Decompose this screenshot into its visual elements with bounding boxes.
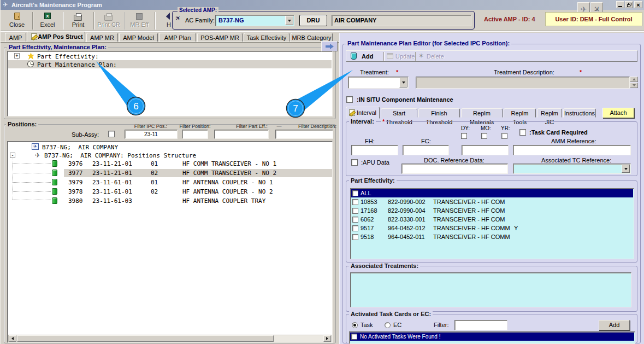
task-cards-list[interactable]: No Activated Tasks Were Found ! (349, 331, 635, 344)
update-button[interactable]: Update (387, 52, 413, 61)
editor-toolbar: Add Update ✶ Delete (346, 50, 637, 62)
filter-position-input[interactable] (182, 130, 208, 139)
close-window-button[interactable]: × (634, 1, 642, 8)
delete-button[interactable]: ✶ Delete (418, 52, 447, 61)
minimize-button[interactable] (616, 1, 624, 8)
part-eff-checkbox[interactable] (352, 234, 358, 240)
amm-reference-input[interactable] (513, 145, 631, 155)
subtab-replm-materials[interactable]: Replm Materials (461, 108, 503, 118)
collapse-box[interactable]: - (10, 153, 15, 158)
fh-input[interactable] (351, 145, 398, 155)
interval-group-title: Interval: (349, 118, 376, 125)
scroll-right-button[interactable] (323, 335, 331, 342)
treatment-description-field[interactable] (416, 77, 630, 89)
filter-part-eff-input[interactable] (214, 130, 269, 139)
tab-pos-amp-mr[interactable]: POS-AMP MR (197, 33, 243, 42)
tab-amp-pos-struct[interactable]: AMP Pos Struct (27, 31, 85, 42)
company-field[interactable]: AIR COMPANY (332, 15, 471, 26)
sub-assy-checkbox[interactable] (108, 131, 115, 137)
spin-down-button[interactable] (630, 83, 638, 88)
apu-data-checkbox[interactable] (351, 159, 358, 166)
part-eff-checkbox[interactable] (352, 225, 358, 231)
subtab-replm-tools[interactable]: Replm Tools (504, 108, 536, 118)
filter-ipc-pos-input[interactable]: 23-11 (125, 130, 178, 139)
ec-radio[interactable] (385, 322, 391, 328)
position-row[interactable]: 3976 23-11-21-01 01 HF COMM TRANSCEIVER … (8, 160, 332, 168)
treatment-description-spinner[interactable] (630, 77, 639, 89)
excel-button[interactable]: X Excel (33, 11, 62, 28)
help-button-truncated[interactable]: H (156, 11, 174, 28)
position-desc: HF COMM TRANSCEIVER - NO 2 (182, 170, 276, 177)
task-empty-checkbox[interactable] (351, 334, 357, 340)
add-button[interactable]: Add (350, 52, 381, 61)
subtab-replm-jic[interactable]: Replm JIC (537, 108, 562, 118)
position-part-icon (52, 160, 57, 167)
scroll-left-button[interactable] (9, 335, 16, 342)
task-card-required-checkbox[interactable] (519, 129, 526, 136)
part-eff-row[interactable]: 17168 822-0990-004 TRANSCEIVER - HF COM (351, 207, 633, 215)
part-eff-row[interactable]: 9517 964-0452-012 TRANSCEIVER - HF COMM … (351, 224, 633, 232)
associated-tc-dropdown-button[interactable] (622, 165, 630, 173)
tab-task-effectivity[interactable]: Task Effectivity (244, 33, 289, 42)
yr-checkbox[interactable] (501, 133, 507, 139)
spin-up-button[interactable] (630, 77, 638, 82)
subtab-finish-threshold[interactable]: Finish Threshold (418, 108, 460, 118)
associated-tc-dropdown[interactable] (513, 164, 631, 174)
position-row[interactable]: 3979 23-11-61-01 01 HF ANTENNA COUPLER -… (8, 178, 332, 186)
positions-tree-box[interactable]: ✈ B737-NG; AIR COMPANY - ✈ B737-NG; AIR … (7, 141, 333, 343)
subtab-interval[interactable]: Interval (346, 107, 380, 119)
position-row[interactable]: 3980 23-11-61-03 HF ANTENNA COUPLER TRAY (8, 197, 332, 205)
part-eff-checkbox[interactable] (352, 217, 358, 223)
tree-root-ac-family[interactable]: ✈ B737-NG; AIR COMPANY (8, 143, 332, 151)
calendar-interval-input[interactable] (462, 145, 509, 155)
tree-root-positions-structure[interactable]: - ✈ B737-NG; AIR COMPANY: Positions Stru… (8, 151, 332, 159)
ac-family-dropdown[interactable]: B737-NG (215, 15, 294, 26)
subtab-start-threshold[interactable]: Start Threshold (381, 108, 417, 118)
mr-eff-disabled-icon (136, 13, 143, 20)
tab-amp-mr[interactable]: AMP MR (86, 33, 118, 42)
mo-checkbox[interactable] (481, 133, 487, 139)
fc-input[interactable] (403, 145, 449, 155)
tree-item-part-maintenance-plan[interactable]: Part Maintenance Plan: (8, 60, 332, 68)
close-button[interactable]: Close (3, 11, 31, 28)
mr-eff-button[interactable]: MR Eff (125, 11, 153, 28)
part-eff-checkbox[interactable] (352, 208, 358, 214)
treatment-dropdown-button[interactable] (399, 78, 407, 88)
position-row[interactable]: 3978 23-11-61-01 02 HF ANTENNA COUPLER -… (8, 188, 332, 196)
restore-button[interactable] (625, 1, 633, 8)
expand-box[interactable]: + (14, 53, 20, 59)
doc-reference-input[interactable] (401, 164, 508, 174)
insitu-checkbox[interactable] (346, 96, 353, 103)
aircraft-cross-icon: ✈ (35, 151, 40, 159)
associated-treatments-list[interactable] (350, 272, 631, 307)
treatment-dropdown[interactable] (348, 77, 409, 89)
print-cr-button[interactable]: Print CR (94, 11, 123, 28)
filter-description-input[interactable] (275, 130, 333, 139)
task-add-button[interactable]: Add (599, 320, 630, 330)
tab-amp-model[interactable]: AMP Model (119, 33, 158, 42)
scrollbar-thumb[interactable] (17, 335, 274, 342)
collapse-panel-button[interactable] (321, 41, 338, 51)
ac-family-dropdown-button[interactable] (285, 16, 293, 25)
task-radio[interactable] (352, 322, 358, 328)
minimize-icon (618, 6, 622, 7)
part-eff-checkbox[interactable] (352, 190, 358, 196)
position-row[interactable]: 3977 23-11-21-01 02 HF COMM TRANSCEIVER … (8, 169, 332, 177)
task-filter-input[interactable] (454, 320, 507, 330)
print-button[interactable]: Print (64, 11, 92, 28)
part-effectivity-list[interactable]: ALL 10853 822-0990-002 TRANSCEIVER - HF … (350, 188, 634, 259)
tab-amp[interactable]: AMP (5, 33, 26, 42)
subtab-instructions[interactable]: Instructions (563, 108, 596, 118)
part-eff-row[interactable]: 10853 822-0990-002 TRANSCEIVER - HF COM (351, 198, 633, 206)
tab-amp-plan[interactable]: AMP Plan (159, 33, 196, 42)
part-eff-row-all[interactable]: ALL (351, 189, 633, 197)
dru-button[interactable]: DRU (299, 15, 327, 26)
tree-item-part-effectivity[interactable]: + Part Effectivity: (8, 53, 332, 60)
part-eff-row[interactable]: 6062 822-0330-001 TRANSCEIVER - HF COM (351, 215, 633, 224)
dy-checkbox[interactable] (461, 133, 467, 139)
horizontal-scrollbar[interactable] (8, 335, 332, 342)
part-eff-row[interactable]: 9518 964-0452-011 TRANSCEIVER - HF COMM (351, 233, 633, 241)
attach-button[interactable]: Attach (602, 108, 634, 118)
part-eff-checkbox[interactable] (352, 199, 358, 205)
plan-tree-box[interactable]: + Part Effectivity: Part Maintenance Pla… (7, 51, 333, 116)
